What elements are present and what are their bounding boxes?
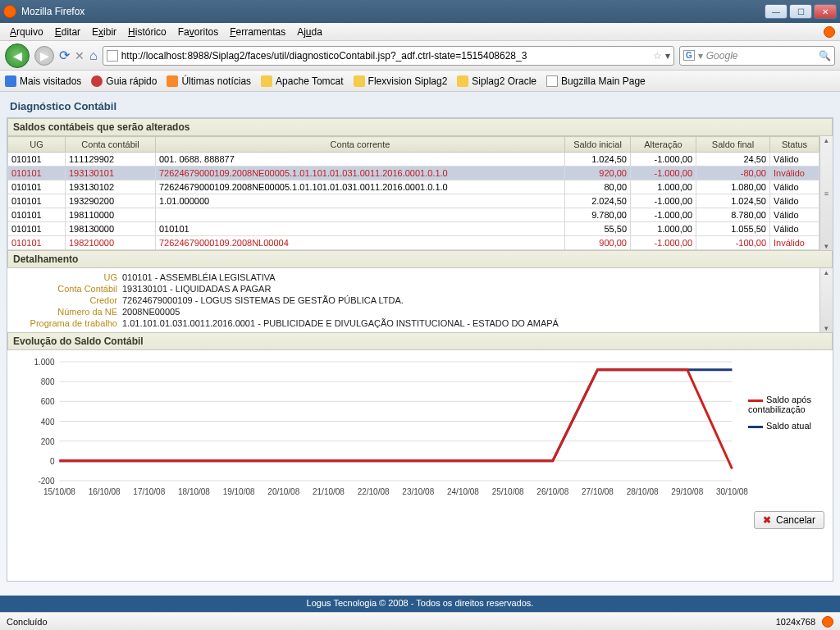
- svg-text:1.000: 1.000: [34, 358, 54, 367]
- back-button[interactable]: ◀: [5, 43, 30, 68]
- col-status[interactable]: Status: [770, 137, 819, 153]
- nav-toolbar: ◀ ▶ ⟳ ✕ ⌂ http://localhost:8988/Siplag2/…: [0, 41, 840, 71]
- cancel-label: Cancelar: [776, 514, 815, 526]
- maximize-button[interactable]: ☐: [789, 4, 812, 19]
- svg-text:30/10/08: 30/10/08: [716, 487, 748, 496]
- url-dropdown-icon[interactable]: ▾: [665, 50, 670, 62]
- svg-text:800: 800: [41, 377, 55, 386]
- bookmark-siplag2-oracle[interactable]: Siplag2 Oracle: [457, 75, 536, 87]
- table-row[interactable]: 01010119313010272624679000109.2008NE0000…: [8, 180, 819, 194]
- section-detalhamento-title: Detalhamento: [7, 250, 833, 268]
- svg-text:20/10/08: 20/10/08: [267, 487, 299, 496]
- detail-scrollbar[interactable]: ▴▾: [819, 268, 833, 332]
- firefox-icon: [3, 5, 16, 18]
- svg-text:19/10/08: 19/10/08: [223, 487, 255, 496]
- svg-text:23/10/08: 23/10/08: [402, 487, 434, 496]
- svg-text:21/10/08: 21/10/08: [313, 487, 345, 496]
- col-ug[interactable]: UG: [8, 137, 66, 153]
- svg-text:27/10/08: 27/10/08: [582, 487, 614, 496]
- page-title: Diagnóstico Contábil: [7, 95, 833, 117]
- bookmark-ultimas-noticias[interactable]: Últimas notícias: [167, 75, 251, 87]
- forward-button[interactable]: ▶: [34, 46, 54, 66]
- throbber-icon: [824, 26, 835, 38]
- section-chart-title: Evolução do Saldo Contábil: [7, 332, 833, 350]
- col-alt[interactable]: Alteração: [631, 137, 696, 153]
- bookmarks-toolbar: Mais visitados Guia rápido Últimas notíc…: [0, 71, 840, 92]
- close-button[interactable]: ✕: [814, 4, 837, 19]
- detalhamento-panel: UG010101 - ASSEMBLÉIA LEGISLATIVAConta C…: [7, 268, 819, 332]
- svg-text:28/10/08: 28/10/08: [627, 487, 659, 496]
- col-conta[interactable]: Conta contábil: [66, 137, 156, 153]
- saldos-table: UG Conta contábil Conta corrente Saldo i…: [7, 136, 819, 250]
- menu-arquivo[interactable]: Arquivo: [5, 25, 48, 39]
- detail-row: Programa de trabalho1.01.101.01.031.0011…: [16, 317, 811, 329]
- menu-historico[interactable]: Histórico: [123, 25, 171, 39]
- table-row[interactable]: 01010119313010172624679000109.2008NE0000…: [8, 167, 819, 180]
- status-text: Concluído: [7, 617, 48, 627]
- svg-text:400: 400: [41, 418, 55, 427]
- chart-panel: -20002004006008001.00015/10/0816/10/0817…: [7, 350, 833, 504]
- svg-text:24/10/08: 24/10/08: [447, 487, 479, 496]
- svg-text:18/10/08: 18/10/08: [178, 487, 210, 496]
- page-icon: [107, 50, 118, 62]
- footer: Logus Tecnologia © 2008 - Todos os direi…: [0, 596, 840, 612]
- reload-button[interactable]: ⟳: [59, 48, 70, 63]
- bookmark-mais-visitados[interactable]: Mais visitados: [5, 75, 81, 87]
- svg-text:15/10/08: 15/10/08: [43, 487, 75, 496]
- table-row[interactable]: 01010119813000001010155,501.000,001.055,…: [8, 222, 819, 236]
- table-row[interactable]: 010101111129902001. 0688. 8888771.024,50…: [8, 153, 819, 167]
- bookmark-guia-rapido[interactable]: Guia rápido: [91, 75, 157, 87]
- detail-row: UG010101 - ASSEMBLÉIA LEGISLATIVA: [16, 272, 811, 283]
- titlebar: Mozilla Firefox — ☐ ✕: [0, 0, 840, 23]
- table-row[interactable]: 0101011932902001.01.0000002.024,50-1.000…: [8, 194, 819, 208]
- evolution-chart: -20002004006008001.00015/10/0816/10/0817…: [11, 354, 748, 501]
- col-si[interactable]: Saldo inicial: [565, 137, 631, 153]
- svg-text:29/10/08: 29/10/08: [671, 487, 703, 496]
- page-body: Diagnóstico Contábil Saldos contábeis qu…: [0, 92, 840, 612]
- menubar: Arquivo Editar Exibir Histórico Favorito…: [0, 23, 840, 41]
- svg-text:22/10/08: 22/10/08: [358, 487, 390, 496]
- google-icon: G: [683, 50, 695, 61]
- svg-text:200: 200: [41, 437, 55, 446]
- minimize-button[interactable]: —: [765, 4, 788, 19]
- table-row[interactable]: 01010119821000072624679000109.2008NL0000…: [8, 236, 819, 250]
- section-saldos-title: Saldos contábeis que serão alterados: [7, 118, 833, 136]
- statusbar: Concluído 840x630: [0, 612, 840, 630]
- menu-exibir[interactable]: Exibir: [87, 25, 121, 39]
- svg-text:26/10/08: 26/10/08: [536, 487, 568, 496]
- bookmark-apache-tomcat[interactable]: Apache Tomcat: [261, 75, 344, 87]
- bookmark-flexvision[interactable]: Flexvision Siplag2: [354, 75, 448, 87]
- search-box[interactable]: G▾ Google 🔍: [679, 46, 835, 66]
- url-text: http://localhost:8988/Siplag2/faces/util…: [121, 50, 527, 62]
- chart-legend: Saldo após contabilização Saldo atual: [748, 354, 829, 501]
- col-sf[interactable]: Saldo final: [696, 137, 770, 153]
- svg-text:600: 600: [41, 397, 55, 406]
- detail-row: Conta Contábil193130101 - LIQUIDADAS A P…: [16, 283, 811, 294]
- col-cc[interactable]: Conta corrente: [156, 137, 565, 153]
- search-placeholder: Google: [706, 50, 738, 62]
- dimensions-label: 840x630: [776, 617, 815, 627]
- detail-row: Número da NE2008NE00005: [16, 306, 811, 317]
- menu-ajuda[interactable]: Ajuda: [292, 25, 327, 39]
- stop-button[interactable]: ✕: [75, 49, 84, 62]
- svg-text:16/10/08: 16/10/08: [89, 487, 121, 496]
- url-bar[interactable]: http://localhost:8988/Siplag2/faces/util…: [103, 46, 674, 66]
- cancel-icon: ✖: [763, 514, 771, 526]
- menu-favoritos[interactable]: Favoritos: [173, 25, 223, 39]
- detail-row: Credor72624679000109 - LOGUS SISTEMAS DE…: [16, 294, 811, 306]
- window-title: Mozilla Firefox: [21, 6, 84, 17]
- bookmark-bugzilla[interactable]: Bugzilla Main Page: [546, 75, 646, 87]
- home-button[interactable]: ⌂: [89, 48, 98, 63]
- svg-text:0: 0: [50, 457, 55, 466]
- firefox-status-icon: [822, 616, 833, 628]
- svg-text:-200: -200: [38, 477, 54, 486]
- svg-text:25/10/08: 25/10/08: [492, 487, 524, 496]
- cancel-button[interactable]: ✖ Cancelar: [754, 511, 824, 529]
- table-scrollbar[interactable]: ▴≡▾: [819, 136, 833, 250]
- menu-editar[interactable]: Editar: [50, 25, 85, 39]
- bookmark-star-icon[interactable]: ☆: [653, 50, 662, 62]
- menu-ferramentas[interactable]: Ferramentas: [225, 25, 290, 39]
- search-icon[interactable]: 🔍: [819, 50, 831, 62]
- svg-text:17/10/08: 17/10/08: [133, 487, 165, 496]
- table-row[interactable]: 0101011981100009.780,00-1.000,008.780,00…: [8, 208, 819, 222]
